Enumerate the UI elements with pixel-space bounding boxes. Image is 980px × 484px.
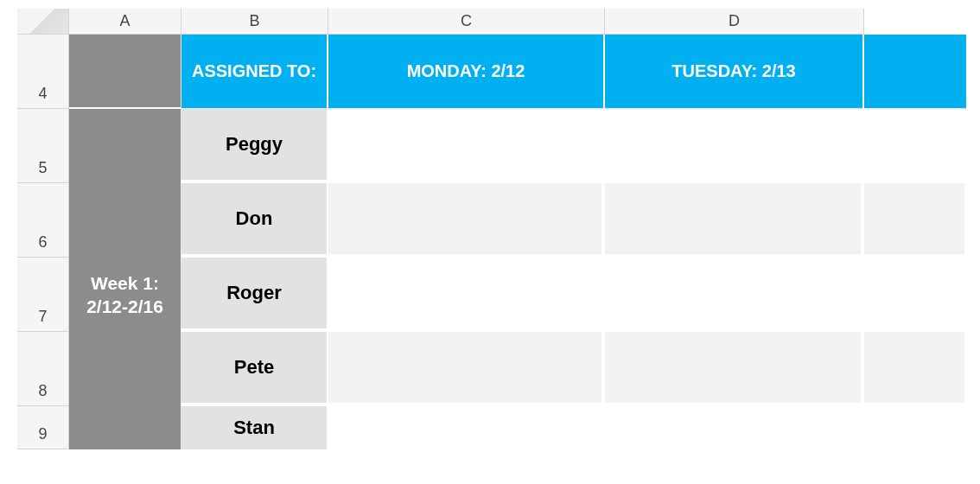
select-all-corner[interactable] (17, 9, 69, 35)
cell-a4[interactable] (69, 35, 181, 109)
table-row: Pete (69, 332, 968, 406)
week-label[interactable]: Week 1: 2/12-2/16 (69, 258, 181, 332)
table-row: Stan (69, 406, 968, 449)
cell-c5[interactable] (328, 109, 605, 183)
col-header-c[interactable]: C (328, 9, 605, 35)
table-row: ASSIGNED TO: MONDAY: 2/12 TUESDAY: 2/13 (69, 35, 968, 109)
header-overflow[interactable] (864, 35, 968, 109)
table-row: Don (69, 183, 968, 258)
cell-e8[interactable] (864, 332, 968, 406)
cell-e9[interactable] (864, 406, 968, 449)
header-assigned-to[interactable]: ASSIGNED TO: (181, 35, 328, 109)
cell-e6[interactable] (864, 183, 968, 258)
cell-a5[interactable] (69, 109, 181, 183)
cell-c8[interactable] (328, 332, 605, 406)
cell-a6[interactable] (69, 183, 181, 258)
cell-e7[interactable] (864, 258, 968, 332)
table-row: Week 1: 2/12-2/16 Roger (69, 258, 968, 332)
assignee-name[interactable]: Peggy (181, 109, 328, 183)
col-header-d[interactable]: D (605, 9, 864, 35)
row-headers: 4 5 6 7 8 9 (17, 35, 69, 449)
row-header-5[interactable]: 5 (17, 109, 69, 183)
row-header-4[interactable]: 4 (17, 35, 69, 109)
assignee-name[interactable]: Don (181, 183, 328, 258)
cell-d6[interactable] (605, 183, 864, 258)
row-header-8[interactable]: 8 (17, 332, 69, 406)
table-row: Peggy (69, 109, 968, 183)
cell-e5[interactable] (864, 109, 968, 183)
week-label-range: 2/12-2/16 (86, 296, 163, 316)
col-header-a[interactable]: A (69, 9, 181, 35)
week-label-title: Week 1: (91, 273, 159, 293)
cell-d8[interactable] (605, 332, 864, 406)
assignee-name[interactable]: Roger (181, 258, 328, 332)
column-headers: A B C D (69, 9, 864, 35)
row-header-6[interactable]: 6 (17, 183, 69, 258)
col-header-b[interactable]: B (181, 9, 328, 35)
assignee-name[interactable]: Stan (181, 406, 328, 449)
assignee-name[interactable]: Pete (181, 332, 328, 406)
cell-d9[interactable] (605, 406, 864, 449)
row-header-9[interactable]: 9 (17, 406, 69, 449)
spreadsheet: A B C D 4 5 6 7 8 9 ASSIGNED TO: MONDAY:… (17, 9, 963, 475)
header-monday[interactable]: MONDAY: 2/12 (328, 35, 605, 109)
cell-c6[interactable] (328, 183, 605, 258)
cell-a9[interactable] (69, 406, 181, 449)
grid: ASSIGNED TO: MONDAY: 2/12 TUESDAY: 2/13 … (69, 35, 968, 449)
header-tuesday[interactable]: TUESDAY: 2/13 (605, 35, 864, 109)
cell-c9[interactable] (328, 406, 605, 449)
cell-a8[interactable] (69, 332, 181, 406)
cell-c7[interactable] (328, 258, 605, 332)
cell-d7[interactable] (605, 258, 864, 332)
row-header-7[interactable]: 7 (17, 258, 69, 332)
cell-d5[interactable] (605, 109, 864, 183)
